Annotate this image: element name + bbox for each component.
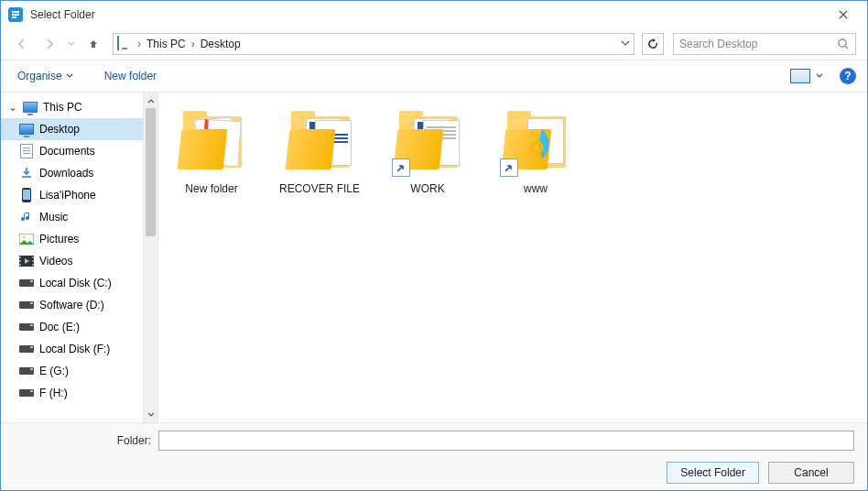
tree-item-downloads[interactable]: Downloads <box>1 162 143 184</box>
navigation-tree: ⌄ This PC Desktop Documents Downloads Li… <box>1 93 143 422</box>
chevron-down-icon <box>66 72 73 80</box>
view-menu[interactable] <box>785 65 829 87</box>
new-folder-label: New folder <box>104 70 157 82</box>
scroll-up-icon[interactable] <box>144 93 157 108</box>
drive-icon <box>19 320 34 334</box>
shortcut-item[interactable]: WORK <box>384 105 472 195</box>
svg-rect-8 <box>19 260 21 262</box>
tree-item-disk-e[interactable]: Doc (E:) <box>1 316 143 338</box>
help-button[interactable]: ? <box>840 68 856 84</box>
select-folder-label: Select Folder <box>680 466 745 479</box>
tree-item-iphone[interactable]: Lisa'iPhone <box>1 184 143 206</box>
svg-rect-12 <box>32 264 34 266</box>
folder-icon <box>284 105 355 177</box>
tree-item-disk-c[interactable]: Local Disk (C:) <box>1 272 143 294</box>
tree-item-disk-f[interactable]: Local Disk (F:) <box>1 338 143 360</box>
close-button[interactable] <box>825 1 862 28</box>
organise-label: Organise <box>17 70 62 82</box>
tree-item-label: Local Disk (C:) <box>39 277 112 289</box>
shortcut-arrow-icon <box>392 158 410 177</box>
tree-item-videos[interactable]: Videos <box>1 250 143 272</box>
body: ⌄ This PC Desktop Documents Downloads Li… <box>1 93 867 422</box>
shortcut-item[interactable]: www <box>492 105 580 195</box>
select-folder-button[interactable]: Select Folder <box>667 462 759 484</box>
recent-dropdown[interactable] <box>65 32 78 56</box>
tree-item-disk-g[interactable]: E (G:) <box>1 360 143 382</box>
tree-item-label: Doc (E:) <box>39 321 80 333</box>
music-icon <box>19 210 34 224</box>
breadcrumb-this-pc[interactable]: This PC <box>143 36 190 52</box>
tree-item-disk-h[interactable]: F (H:) <box>1 382 143 404</box>
tree-root-label: This PC <box>43 101 82 114</box>
back-button[interactable] <box>10 32 34 56</box>
cancel-label: Cancel <box>794 466 828 479</box>
breadcrumb-separator-icon: › <box>190 38 197 50</box>
scroll-down-icon[interactable] <box>144 407 157 422</box>
item-label: RECOVER FILE <box>279 182 360 195</box>
svg-rect-9 <box>19 264 21 266</box>
folder-shortcut-icon <box>500 105 571 177</box>
item-label: WORK <box>410 182 444 195</box>
new-folder-button[interactable]: New folder <box>99 66 162 86</box>
toolbar: Organise New folder ? <box>1 60 867 93</box>
chevron-down-icon: ⌄ <box>8 101 17 114</box>
tree-item-label: E (G:) <box>39 365 69 377</box>
title-bar: Select Folder <box>1 1 867 28</box>
address-dropdown-icon[interactable] <box>621 38 630 50</box>
tree-item-label: Software (D:) <box>39 299 104 311</box>
folder-item[interactable]: RECOVER FILE <box>276 105 363 195</box>
phone-icon <box>19 188 34 202</box>
svg-point-5 <box>23 236 26 239</box>
up-button[interactable] <box>81 32 105 56</box>
chevron-down-icon <box>816 72 823 80</box>
breadcrumb-desktop[interactable]: Desktop <box>197 36 244 52</box>
tree-item-pictures[interactable]: Pictures <box>1 228 143 250</box>
tree-item-label: Local Disk (F:) <box>39 343 110 355</box>
drive-icon <box>19 276 34 290</box>
scroll-thumb[interactable] <box>146 108 156 236</box>
forward-button[interactable] <box>38 32 61 56</box>
refresh-button[interactable] <box>642 33 664 55</box>
drive-icon <box>19 342 34 356</box>
sidebar-scrollbar[interactable] <box>143 93 158 422</box>
folder-content[interactable]: New folder RECOVER FILE <box>158 93 867 422</box>
tree-root-this-pc[interactable]: ⌄ This PC <box>1 96 143 118</box>
bottom-bar: Folder: Select Folder Cancel <box>1 422 867 490</box>
tree-item-label: Downloads <box>39 167 93 180</box>
this-pc-icon <box>117 37 132 51</box>
address-bar[interactable]: › This PC › Desktop <box>113 33 635 55</box>
svg-rect-3 <box>23 190 30 200</box>
folder-item[interactable]: New folder <box>168 105 255 195</box>
folder-input[interactable] <box>158 431 854 451</box>
item-label: www <box>524 182 548 195</box>
view-icon <box>790 69 810 83</box>
pictures-icon <box>19 232 34 246</box>
svg-rect-10 <box>32 256 34 258</box>
folder-icon <box>176 105 247 177</box>
tree-item-label: Pictures <box>39 233 79 246</box>
desktop-icon <box>19 122 34 136</box>
tree-item-documents[interactable]: Documents <box>1 140 143 162</box>
svg-rect-7 <box>19 256 21 258</box>
shortcut-arrow-icon <box>500 158 518 177</box>
tree-item-label: F (H:) <box>39 387 68 399</box>
tree-item-disk-d[interactable]: Software (D:) <box>1 294 143 316</box>
svg-point-1 <box>839 39 846 47</box>
tree-item-music[interactable]: Music <box>1 206 143 228</box>
tree-item-desktop[interactable]: Desktop <box>1 118 143 140</box>
drive-icon <box>19 298 34 312</box>
tree-item-label: Desktop <box>39 123 80 136</box>
organise-menu[interactable]: Organise <box>12 66 79 86</box>
item-label: New folder <box>185 182 237 195</box>
drive-icon <box>19 386 34 400</box>
tree-item-label: Lisa'iPhone <box>39 189 96 202</box>
tree-item-label: Documents <box>39 145 95 158</box>
downloads-icon <box>19 166 34 180</box>
folder-shortcut-icon <box>392 105 463 177</box>
nav-row: › This PC › Desktop Search Desktop <box>1 28 867 60</box>
videos-icon <box>19 254 34 268</box>
cancel-button[interactable]: Cancel <box>768 462 854 484</box>
search-input[interactable]: Search Desktop <box>673 33 856 55</box>
svg-rect-11 <box>32 260 34 262</box>
breadcrumb-separator-icon: › <box>136 38 143 50</box>
